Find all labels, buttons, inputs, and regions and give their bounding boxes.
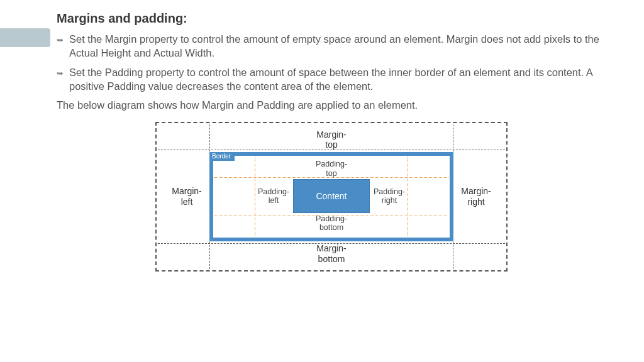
margin-gridline bbox=[158, 243, 505, 244]
padding-gridline bbox=[214, 216, 448, 216]
bullet-text: Set the Margin property to control the a… bbox=[69, 32, 606, 60]
box-model-diagram: Margin- top Margin- left Border Padding-… bbox=[155, 122, 508, 272]
slide-content: Margins and padding: ➥ Set the Margin pr… bbox=[0, 0, 644, 272]
border-label: Border bbox=[209, 152, 235, 161]
padding-left-label: Padding- left bbox=[255, 186, 292, 207]
slide-title: Margins and padding: bbox=[57, 11, 606, 26]
padding-bottom-label: Padding- bottom bbox=[313, 213, 350, 234]
margin-right-label: Margin- right bbox=[455, 185, 497, 209]
padding-gridline bbox=[214, 177, 448, 178]
slide-accent-bar bbox=[0, 28, 50, 47]
bullet-item: ➥ Set the Padding property to control th… bbox=[57, 65, 606, 94]
bullet-text: Set the Padding property to control the … bbox=[69, 65, 606, 94]
bullet-marker-icon: ➥ bbox=[57, 69, 65, 78]
content-box: Content bbox=[293, 179, 370, 213]
border-box: Border Padding- top Padding- left Conten… bbox=[209, 152, 453, 241]
margin-left-label: Margin- left bbox=[165, 185, 208, 209]
padding-right-label: Padding- right bbox=[371, 186, 408, 207]
padding-gridline bbox=[255, 157, 255, 236]
content-label: Content bbox=[316, 191, 347, 201]
margin-bottom-label: Margin- bottom bbox=[164, 242, 499, 266]
margin-gridline bbox=[158, 150, 505, 150]
diagram-caption: The below diagram shows how Margin and P… bbox=[57, 98, 606, 112]
bullet-item: ➥ Set the Margin property to control the… bbox=[57, 32, 606, 60]
padding-gridline bbox=[408, 157, 408, 236]
margin-top-label: Margin- top bbox=[164, 128, 499, 152]
padding-top-label: Padding- top bbox=[313, 158, 350, 179]
bullet-marker-icon: ➥ bbox=[57, 35, 65, 45]
margin-box: Margin- top Margin- left Border Padding-… bbox=[155, 122, 508, 272]
